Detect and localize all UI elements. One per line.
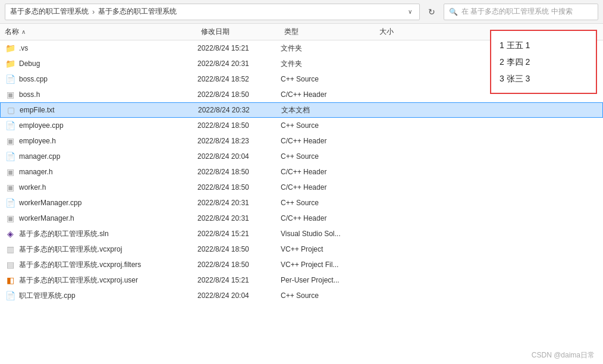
file-icon: 📁 <box>5 58 15 69</box>
file-icon: ▣ <box>5 136 15 146</box>
file-type: VC++ Project <box>281 245 376 253</box>
col-name-header[interactable]: 名称 ∧ <box>5 27 201 37</box>
file-type: 文本文档 <box>281 105 376 115</box>
file-type: C++ Source <box>281 121 376 130</box>
file-name: Debug <box>19 59 197 68</box>
table-row[interactable]: ◧ 基于多态的职工管理系统.vcxproj.user 2022/8/24 15:… <box>0 272 603 288</box>
file-icon: 📄 <box>5 197 15 208</box>
table-row[interactable]: ▣ employee.h 2022/8/24 18:23 C/C++ Heade… <box>0 133 603 149</box>
file-type: C/C++ Header <box>281 168 376 176</box>
file-name: boss.cpp <box>19 75 197 83</box>
file-name: 基于多态的职工管理系统.vcxproj.user <box>19 275 197 285</box>
col-size-header[interactable]: 大小 <box>379 27 415 37</box>
file-name: empFile.txt <box>20 106 198 114</box>
refresh-button[interactable]: ↻ <box>423 4 440 20</box>
file-type: C++ Source <box>281 75 376 83</box>
col-modified-header[interactable]: 修改日期 <box>201 27 284 37</box>
popup-line: 1 王五 1 <box>500 37 588 54</box>
breadcrumb-separator: › <box>92 7 95 16</box>
file-name: employee.cpp <box>19 121 197 130</box>
refresh-icon: ↻ <box>428 7 435 17</box>
file-type: C/C++ Header <box>281 214 376 222</box>
table-row[interactable]: ▣ manager.h 2022/8/24 18:50 C/C++ Header <box>0 164 603 180</box>
col-type-header[interactable]: 类型 <box>284 27 379 37</box>
file-icon: 📄 <box>5 74 15 84</box>
file-date: 2022/8/24 15:21 <box>197 44 281 52</box>
file-icon: 📄 <box>5 151 15 162</box>
file-date: 2022/8/24 18:50 <box>197 90 281 99</box>
table-row[interactable]: ▣ worker.h 2022/8/24 18:50 C/C++ Header <box>0 180 603 195</box>
file-name: 职工管理系统.cpp <box>19 291 197 301</box>
file-date: 2022/8/24 18:50 <box>197 261 281 269</box>
file-name: employee.h <box>19 137 197 145</box>
popup-box: 1 王五 12 李四 23 张三 3 <box>490 30 597 94</box>
table-row[interactable]: 📄 职工管理系统.cpp 2022/8/24 20:04 C++ Source <box>0 288 603 303</box>
file-name: workerManager.h <box>19 214 197 222</box>
file-name: 基于多态的职工管理系统.vcxproj <box>19 244 197 255</box>
table-row[interactable]: ▣ workerManager.h 2022/8/24 20:31 C/C++ … <box>0 211 603 226</box>
file-icon: 📄 <box>5 290 15 301</box>
file-icon: ▣ <box>5 182 15 193</box>
table-row[interactable]: ◈ 基于多态的职工管理系统.sln 2022/8/24 15:21 Visual… <box>0 226 603 241</box>
popup-line: 3 张三 3 <box>500 70 588 87</box>
breadcrumb-part2: 基于多态的职工管理系统 <box>98 7 177 17</box>
file-icon: ◧ <box>5 275 15 285</box>
file-date: 2022/8/24 15:21 <box>197 230 281 238</box>
file-date: 2022/8/24 20:04 <box>197 152 281 161</box>
file-date: 2022/8/24 20:04 <box>197 291 281 300</box>
file-date: 2022/8/24 18:50 <box>197 121 281 130</box>
file-date: 2022/8/24 20:31 <box>197 199 281 207</box>
file-date: 2022/8/24 18:50 <box>197 168 281 176</box>
file-date: 2022/8/24 20:31 <box>197 214 281 222</box>
table-row[interactable]: 📄 employee.cpp 2022/8/24 18:50 C++ Sourc… <box>0 118 603 133</box>
file-date: 2022/8/24 18:52 <box>197 75 281 83</box>
file-type: C++ Source <box>281 291 376 300</box>
file-name: worker.h <box>19 183 197 192</box>
sort-arrow-icon: ∧ <box>21 29 26 35</box>
search-icon: 🔍 <box>449 8 458 16</box>
file-icon: ▣ <box>5 167 15 177</box>
file-name: .vs <box>19 44 197 52</box>
file-type: Visual Studio Sol... <box>281 230 376 238</box>
chevron-down-icon[interactable]: ∨ <box>406 8 414 15</box>
file-name: manager.h <box>19 168 197 176</box>
breadcrumb-part1: 基于多态的职工管理系统 <box>10 7 89 17</box>
file-date: 2022/8/24 15:21 <box>197 276 281 284</box>
popup-line: 2 李四 2 <box>500 54 588 70</box>
file-type: 文件夹 <box>281 43 376 54</box>
file-name: 基于多态的职工管理系统.sln <box>19 229 197 239</box>
table-row[interactable]: 📄 manager.cpp 2022/8/24 20:04 C++ Source <box>0 149 603 164</box>
file-icon: 📁 <box>5 43 15 54</box>
file-icon: ▢ <box>5 105 16 115</box>
file-icon: ▣ <box>5 89 15 100</box>
file-icon: ▥ <box>5 244 15 255</box>
table-row[interactable]: ▢ empFile.txt 2022/8/24 20:32 文本文档 <box>0 102 603 118</box>
file-type: Per-User Project... <box>281 276 376 284</box>
header-bar: 基于多态的职工管理系统 › 基于多态的职工管理系统 ∨ ↻ 🔍 在 基于多态的职… <box>0 0 603 24</box>
file-name: manager.cpp <box>19 152 197 161</box>
file-date: 2022/8/24 18:50 <box>197 183 281 192</box>
table-row[interactable]: 📄 workerManager.cpp 2022/8/24 20:31 C++ … <box>0 195 603 211</box>
file-name: 基于多态的职工管理系统.vcxproj.filters <box>19 260 197 270</box>
file-type: C/C++ Header <box>281 90 376 99</box>
file-icon: ◈ <box>5 228 15 239</box>
table-row[interactable]: ▤ 基于多态的职工管理系统.vcxproj.filters 2022/8/24 … <box>0 257 603 272</box>
table-row[interactable]: ▥ 基于多态的职工管理系统.vcxproj 2022/8/24 18:50 VC… <box>0 241 603 257</box>
file-date: 2022/8/24 18:23 <box>197 137 281 145</box>
breadcrumb-bar[interactable]: 基于多态的职工管理系统 › 基于多态的职工管理系统 ∨ <box>5 4 420 20</box>
file-name: boss.h <box>19 90 197 99</box>
file-icon: ▤ <box>5 259 15 270</box>
search-placeholder-text: 在 基于多态的职工管理系统 中搜索 <box>461 7 573 17</box>
search-bar[interactable]: 🔍 在 基于多态的职工管理系统 中搜索 <box>444 4 598 20</box>
file-name: workerManager.cpp <box>19 199 197 207</box>
file-date: 2022/8/24 18:50 <box>197 245 281 253</box>
file-type: C/C++ Header <box>281 137 376 145</box>
file-date: 2022/8/24 20:32 <box>198 106 281 114</box>
file-date: 2022/8/24 20:31 <box>197 59 281 68</box>
file-type: C++ Source <box>281 199 376 207</box>
footer-watermark: CSDN @daima日常 <box>532 350 595 360</box>
file-type: VC++ Project Fil... <box>281 261 376 269</box>
file-type: C++ Source <box>281 152 376 161</box>
file-type: 文件夹 <box>281 59 376 69</box>
file-type: C/C++ Header <box>281 183 376 192</box>
